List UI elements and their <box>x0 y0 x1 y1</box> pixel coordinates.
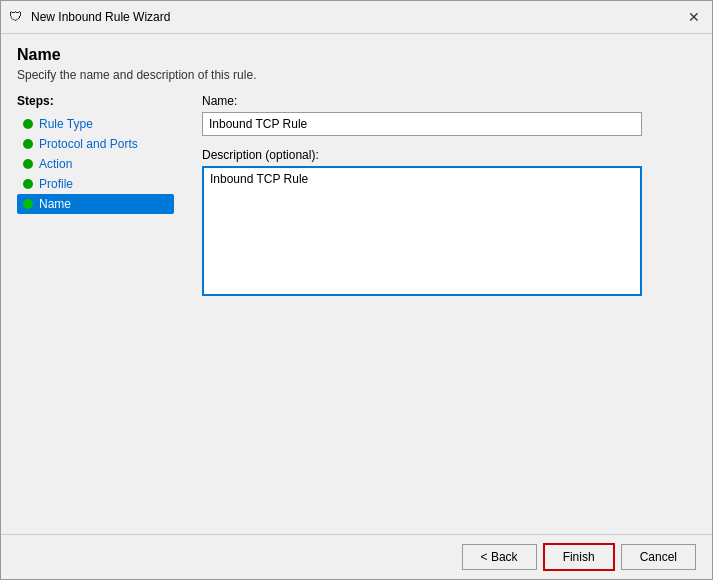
app-icon: 🛡 <box>9 9 25 25</box>
name-input[interactable] <box>202 112 642 136</box>
back-button[interactable]: < Back <box>462 544 537 570</box>
step-dot-name <box>23 199 33 209</box>
sidebar-item-rule-type[interactable]: Rule Type <box>17 114 174 134</box>
main-layout: Steps: Rule Type Protocol and Ports Acti… <box>17 94 696 518</box>
cancel-button[interactable]: Cancel <box>621 544 696 570</box>
sidebar-item-profile[interactable]: Profile <box>17 174 174 194</box>
step-label-rule-type: Rule Type <box>39 117 93 131</box>
window-title: New Inbound Rule Wizard <box>31 10 684 24</box>
sidebar-item-action[interactable]: Action <box>17 154 174 174</box>
sidebar-item-protocol-ports[interactable]: Protocol and Ports <box>17 134 174 154</box>
step-label-protocol-ports: Protocol and Ports <box>39 137 138 151</box>
step-label-name: Name <box>39 197 71 211</box>
sidebar-item-name[interactable]: Name <box>17 194 174 214</box>
step-label-action: Action <box>39 157 72 171</box>
name-group: Name: <box>202 94 696 136</box>
form-panel: Name: Description (optional): Inbound TC… <box>182 94 696 518</box>
description-input[interactable]: Inbound TCP Rule <box>202 166 642 296</box>
step-dot-rule-type <box>23 119 33 129</box>
close-button[interactable]: ✕ <box>684 7 704 27</box>
page-subtitle: Specify the name and description of this… <box>17 68 696 82</box>
description-group: Description (optional): Inbound TCP Rule <box>202 148 696 299</box>
finish-button[interactable]: Finish <box>543 543 615 571</box>
title-bar: 🛡 New Inbound Rule Wizard ✕ <box>1 1 712 34</box>
wizard-window: 🛡 New Inbound Rule Wizard ✕ Name Specify… <box>0 0 713 580</box>
description-label: Description (optional): <box>202 148 696 162</box>
step-dot-protocol-ports <box>23 139 33 149</box>
step-label-profile: Profile <box>39 177 73 191</box>
steps-label: Steps: <box>17 94 174 108</box>
footer: < Back Finish Cancel <box>1 534 712 579</box>
content-area: Name Specify the name and description of… <box>1 34 712 526</box>
name-label: Name: <box>202 94 696 108</box>
steps-panel: Steps: Rule Type Protocol and Ports Acti… <box>17 94 182 518</box>
step-dot-action <box>23 159 33 169</box>
page-title: Name <box>17 46 696 64</box>
step-dot-profile <box>23 179 33 189</box>
